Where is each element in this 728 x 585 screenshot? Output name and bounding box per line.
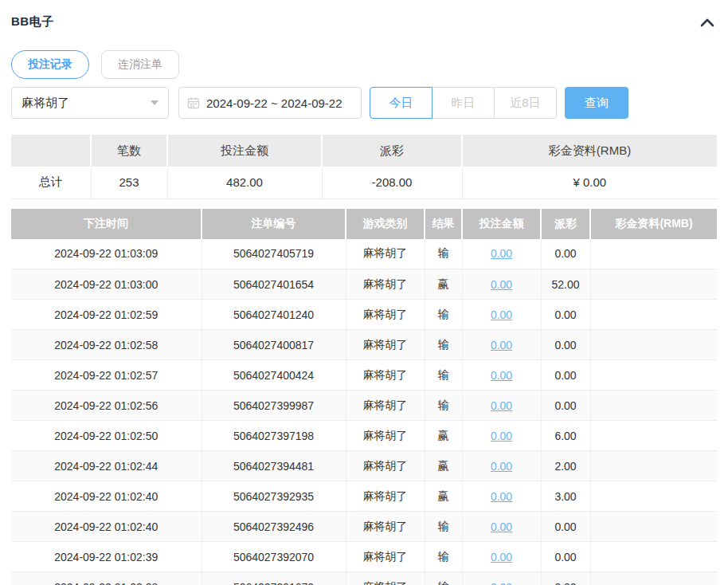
table-row: 2024-09-22 01:02:40 5064027392496 麻将胡了 输… [11,512,717,542]
cell-payout: 0.00 [541,512,590,542]
cell-bet-amount: 0.00 [462,391,541,421]
cell-bet-time: 2024-09-22 01:02:58 [11,330,202,360]
cell-bonus [590,512,717,542]
summary-header-count: 笔数 [91,135,167,167]
cell-payout: 0.00 [541,300,590,330]
cell-bonus [590,239,717,269]
cell-game-type: 麻将胡了 [346,572,425,585]
summary-header-row: 笔数 投注金额 派彩 彩金资料(RMB) [11,135,717,167]
cell-payout: 0.00 [541,542,590,572]
cell-bet-time: 2024-09-22 01:03:00 [11,269,202,300]
bet-amount-link[interactable]: 0.00 [491,278,512,291]
cell-payout: 0.00 [541,330,590,360]
betting-records-panel: BB电子 投注记录 连消注单 麻将胡了 2024-09-22 ~ 2024-09… [0,0,728,585]
bet-amount-link[interactable]: 0.00 [491,460,512,473]
cell-result: 输 [425,330,462,360]
table-row: 2024-09-22 01:03:00 5064027401654 麻将胡了 赢… [11,269,717,300]
cell-bonus [590,421,717,451]
cell-game-type: 麻将胡了 [346,391,425,421]
game-select[interactable]: 麻将胡了 [11,87,169,119]
bet-amount-link[interactable]: 0.00 [491,308,512,321]
cell-result: 输 [425,360,462,391]
cell-bet-time: 2024-09-22 01:02:39 [11,542,202,572]
cell-bet-id: 5064027400424 [202,360,346,391]
bet-amount-link[interactable]: 0.00 [491,490,512,503]
bet-amount-link[interactable]: 0.00 [491,520,512,533]
bet-amount-link[interactable]: 0.00 [491,399,512,412]
table-row: 2024-09-22 01:03:09 5064027405719 麻将胡了 输… [11,239,717,269]
bet-amount-link[interactable]: 0.00 [491,247,512,260]
cell-payout: 6.00 [541,421,590,451]
table-row: 2024-09-22 01:02:56 5064027399987 麻将胡了 输… [11,391,717,421]
cell-bet-amount: 0.00 [462,572,541,585]
cell-bet-id: 5064027394481 [202,451,346,481]
cell-bet-amount: 0.00 [462,451,541,481]
cell-bet-id: 5064027401240 [202,300,346,330]
bet-amount-link[interactable]: 0.00 [491,551,512,563]
cell-bet-time: 2024-09-22 01:02:40 [11,481,202,512]
bet-table-body: 2024-09-22 01:03:09 5064027405719 麻将胡了 输… [11,239,717,585]
collapse-button[interactable] [698,15,717,29]
cell-bet-amount: 0.00 [462,542,541,572]
table-row: 2024-09-22 01:02:50 5064027397198 麻将胡了 赢… [11,421,717,451]
quick-range-group: 今日 昨日 近8日 [370,87,557,119]
cell-game-type: 麻将胡了 [346,269,425,300]
cell-game-type: 麻将胡了 [346,542,425,572]
summary-header-payout: 派彩 [322,135,462,167]
cell-result: 输 [425,572,462,585]
cell-bet-amount: 0.00 [462,269,541,300]
summary-total-bet-amount: 482.00 [167,167,322,198]
cell-result: 输 [425,300,462,330]
cell-bet-amount: 0.00 [462,300,541,330]
table-row: 2024-09-22 01:02:38 5064027391670 麻将胡了 输… [11,572,717,585]
cell-bonus [590,481,717,512]
bet-amount-link[interactable]: 0.00 [491,430,512,442]
range-yesterday-button[interactable]: 昨日 [432,87,495,119]
cell-bet-time: 2024-09-22 01:03:09 [11,239,202,269]
bet-table: 下注时间 注单编号 游戏类别 结果 投注金额 派彩 彩金资料(RMB) 2024… [11,209,717,585]
cell-bet-id: 5064027399987 [202,391,346,421]
table-row: 2024-09-22 01:02:39 5064027392070 麻将胡了 输… [11,542,717,572]
cell-bet-amount: 0.00 [462,330,541,360]
summary-total-label: 总计 [11,167,91,198]
cell-bet-amount: 0.00 [462,512,541,542]
bet-table-header-row: 下注时间 注单编号 游戏类别 结果 投注金额 派彩 彩金资料(RMB) [11,209,717,239]
summary-total-count: 253 [91,167,167,198]
search-button[interactable]: 查询 [565,87,628,119]
cell-game-type: 麻将胡了 [346,451,425,481]
cell-bet-time: 2024-09-22 01:02:59 [11,300,202,330]
cell-payout: 0.00 [541,239,590,269]
cell-bonus [590,451,717,481]
range-today-button[interactable]: 今日 [370,87,432,119]
summary-header-bet-amount: 投注金额 [167,135,322,167]
cell-bet-id: 5064027391670 [202,572,346,585]
cell-bet-amount: 0.00 [462,421,541,451]
chevron-up-icon [699,18,715,30]
date-range-input[interactable]: 2024-09-22 ~ 2024-09-22 [178,87,362,119]
bet-amount-link[interactable]: 0.00 [491,339,512,351]
bet-amount-link[interactable]: 0.00 [491,369,512,382]
cell-bet-time: 2024-09-22 01:02:57 [11,360,202,391]
cell-bet-time: 2024-09-22 01:02:44 [11,451,202,481]
cell-payout: 3.00 [541,481,590,512]
cell-game-type: 麻将胡了 [346,330,425,360]
cell-payout: 52.00 [541,269,590,300]
page-title: BB电子 [11,14,54,29]
cell-game-type: 麻将胡了 [346,239,425,269]
cell-result: 输 [425,239,462,269]
cell-result: 赢 [425,481,462,512]
tab-cancelled-bets[interactable]: 连消注单 [101,50,179,79]
summary-total-row: 总计 253 482.00 -208.00 ¥ 0.00 [11,167,717,198]
panel-header: BB电子 [11,0,717,29]
bet-amount-link[interactable]: 0.00 [491,581,512,585]
cell-bet-time: 2024-09-22 01:02:38 [11,572,202,585]
cell-bonus [590,330,717,360]
tab-bet-records[interactable]: 投注记录 [11,50,89,79]
cell-result: 赢 [425,421,462,451]
cell-bet-amount: 0.00 [462,360,541,391]
cell-bet-amount: 0.00 [462,239,541,269]
range-last8days-button[interactable]: 近8日 [494,87,557,119]
col-header-payout: 派彩 [541,209,590,239]
game-select-value: 麻将胡了 [22,96,69,111]
cell-game-type: 麻将胡了 [346,300,425,330]
